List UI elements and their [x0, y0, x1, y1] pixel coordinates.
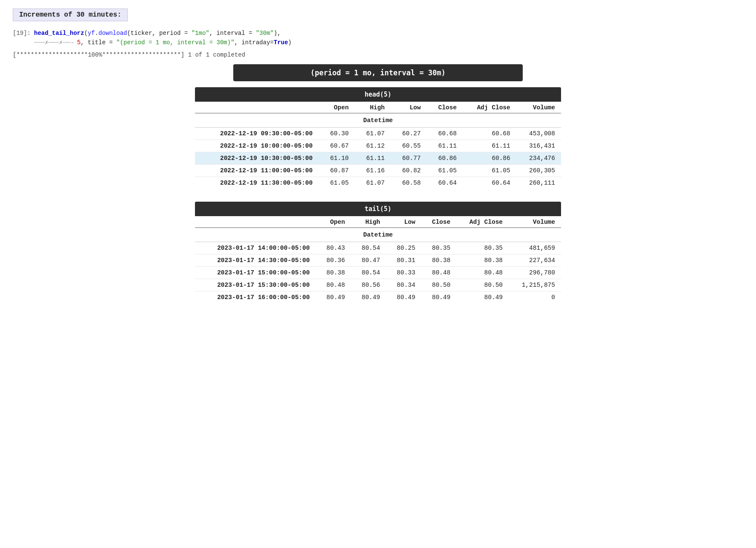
low: 80.34	[386, 279, 421, 291]
open: 60.30	[319, 128, 355, 140]
cell-number: [19]:	[13, 29, 34, 37]
table-row: 2023-01-17 15:30:00-05:0080.4880.5680.34…	[195, 279, 561, 291]
high: 61.11	[355, 152, 391, 165]
adj-close: 60.64	[463, 177, 516, 189]
close: 80.50	[421, 279, 457, 291]
tail-col-low: Low	[386, 216, 421, 228]
tail-col-volume: Volume	[509, 216, 561, 228]
volume: 1,215,875	[509, 279, 561, 291]
table-row: 2022-12-19 10:30:00-05:0061.1061.1160.77…	[195, 152, 561, 165]
close: 60.86	[427, 152, 463, 165]
low: 80.33	[386, 267, 421, 279]
head-col-adj: Adj Close	[463, 102, 516, 113]
datetime: 2023-01-17 15:00:00-05:00	[195, 267, 316, 279]
volume: 227,634	[509, 254, 561, 267]
datetime: 2022-12-19 11:00:00-05:00	[195, 165, 319, 177]
datetime: 2022-12-19 10:00:00-05:00	[195, 140, 319, 152]
volume: 260,111	[516, 177, 561, 189]
adj-close: 60.86	[463, 152, 516, 165]
close: 60.68	[427, 128, 463, 140]
open: 61.10	[319, 152, 355, 165]
table-row: 2022-12-19 10:00:00-05:0060.6761.1260.55…	[195, 140, 561, 152]
tail-col-open: Open	[316, 216, 351, 228]
adj-close: 80.50	[456, 279, 509, 291]
close: 80.49	[421, 291, 457, 304]
head-col-volume: Volume	[516, 102, 561, 113]
datetime: 2023-01-17 14:00:00-05:00	[195, 242, 316, 254]
open: 80.49	[316, 291, 351, 304]
adj-close: 60.68	[463, 128, 516, 140]
close: 80.48	[421, 267, 457, 279]
tail-corner-cell	[195, 216, 316, 228]
code-line-2: ───✗───✗──→ 5, title = "(period = 1 mo, …	[34, 38, 743, 48]
open: 80.38	[316, 267, 351, 279]
datetime: 2022-12-19 10:30:00-05:00	[195, 152, 319, 165]
adj-close: 61.11	[463, 140, 516, 152]
tail-datetime-header-row: Datetime	[195, 228, 561, 242]
volume: 453,008	[516, 128, 561, 140]
tail-table: Open High Low Close Adj Close Volume Dat…	[195, 216, 561, 303]
datetime: 2022-12-19 09:30:00-05:00	[195, 128, 319, 140]
open: 60.67	[319, 140, 355, 152]
low: 80.49	[386, 291, 421, 304]
code-cell: [19]: head_tail_horz(yf.download(ticker,…	[13, 29, 743, 47]
volume: 260,305	[516, 165, 561, 177]
datetime: 2023-01-17 16:00:00-05:00	[195, 291, 316, 304]
chart-title: (period = 1 mo, interval = 30m)	[233, 64, 523, 81]
close: 61.05	[427, 165, 463, 177]
tail-datetime-label: Datetime	[195, 228, 561, 242]
tail-col-close: Close	[421, 216, 457, 228]
open: 80.43	[316, 242, 351, 254]
open: 80.48	[316, 279, 351, 291]
high: 61.12	[355, 140, 391, 152]
high: 61.16	[355, 165, 391, 177]
high: 80.49	[351, 291, 386, 304]
tail-section-header: tail(5)	[195, 202, 561, 216]
table-row: 2022-12-19 09:30:00-05:0060.3061.0760.27…	[195, 128, 561, 140]
head-col-header-row: Open High Low Close Adj Close Volume	[195, 102, 561, 113]
head-section-header: head(5)	[195, 87, 561, 102]
open: 60.87	[319, 165, 355, 177]
adj-close: 80.49	[456, 291, 509, 304]
head-datetime-header-row: Datetime	[195, 113, 561, 128]
datetime: 2023-01-17 14:30:00-05:00	[195, 254, 316, 267]
adj-close: 61.05	[463, 165, 516, 177]
adj-close: 80.35	[456, 242, 509, 254]
head-col-high: High	[355, 102, 391, 113]
low: 60.82	[391, 165, 427, 177]
head-col-close: Close	[427, 102, 463, 113]
progress-line: [********************100%***************…	[13, 51, 743, 58]
table-row: 2022-12-19 11:30:00-05:0061.0561.0760.58…	[195, 177, 561, 189]
volume: 481,659	[509, 242, 561, 254]
high: 80.54	[351, 267, 386, 279]
high: 80.54	[351, 242, 386, 254]
close: 60.64	[427, 177, 463, 189]
high: 61.07	[355, 177, 391, 189]
datetime: 2023-01-17 15:30:00-05:00	[195, 279, 316, 291]
low: 80.25	[386, 242, 421, 254]
close: 80.35	[421, 242, 457, 254]
low: 80.31	[386, 254, 421, 267]
volume: 0	[509, 291, 561, 304]
head-table-wrapper: head(5) Open High Low Close Adj Close Vo…	[195, 87, 561, 189]
head-datetime-label: Datetime	[195, 113, 561, 128]
adj-close: 80.48	[456, 267, 509, 279]
table-row: 2022-12-19 11:00:00-05:0060.8761.1660.82…	[195, 165, 561, 177]
head-table: Open High Low Close Adj Close Volume Dat…	[195, 102, 561, 189]
tail-col-high: High	[351, 216, 386, 228]
open: 61.05	[319, 177, 355, 189]
high: 80.47	[351, 254, 386, 267]
tail-table-wrapper: tail(5) Open High Low Close Adj Close Vo…	[195, 202, 561, 303]
high: 61.07	[355, 128, 391, 140]
table-row: 2023-01-17 15:00:00-05:0080.3880.5480.33…	[195, 267, 561, 279]
low: 60.58	[391, 177, 427, 189]
code-block: head_tail_horz(yf.download(ticker, perio…	[34, 29, 743, 47]
tail-col-adj: Adj Close	[456, 216, 509, 228]
table-row: 2023-01-17 14:30:00-05:0080.3680.4780.31…	[195, 254, 561, 267]
head-col-low: Low	[391, 102, 427, 113]
table-row: 2023-01-17 14:00:00-05:0080.4380.5480.25…	[195, 242, 561, 254]
high: 80.56	[351, 279, 386, 291]
adj-close: 80.38	[456, 254, 509, 267]
open: 80.36	[316, 254, 351, 267]
increments-banner: Increments of 30 minutes:	[13, 9, 128, 21]
